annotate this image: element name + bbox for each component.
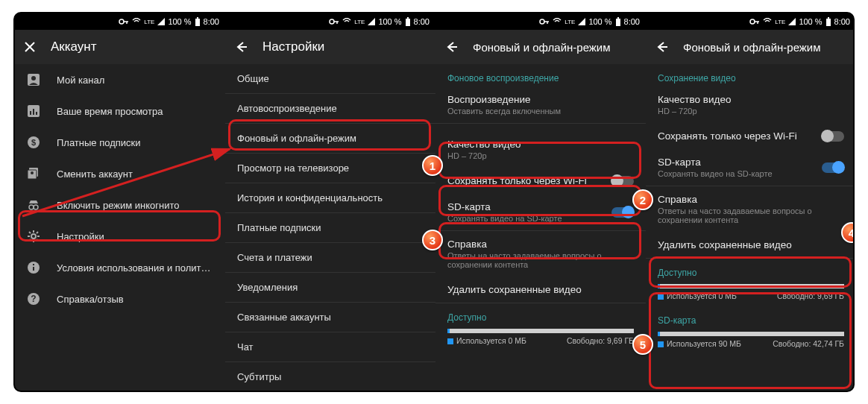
- battery-pct: 100 %: [168, 17, 191, 26]
- header-title: Фоновый и офлайн-режим: [473, 41, 611, 54]
- toggle-sd[interactable]: [611, 207, 634, 218]
- setting-playback[interactable]: Воспроизведение Оставить всегда включенн…: [435, 86, 646, 123]
- toggle-sd[interactable]: [822, 162, 844, 173]
- svg-rect-24: [407, 17, 409, 19]
- header-offline: Фоновый и офлайн-режим: [435, 30, 646, 64]
- signal-icon: [368, 18, 375, 25]
- signal-icon: [157, 18, 165, 25]
- dollar-icon: $: [27, 136, 40, 149]
- setting-quality[interactable]: Качество видео HD – 720p: [435, 125, 646, 168]
- toggle-wifi[interactable]: [611, 176, 634, 186]
- section-available: Доступно: [435, 303, 646, 326]
- battery-icon: [195, 17, 201, 26]
- setting-wifi-only[interactable]: Сохранять только через Wi-Fi: [646, 123, 855, 149]
- signal-icon: [788, 18, 796, 25]
- setting-quality[interactable]: Качество видео HD – 720p: [646, 86, 855, 123]
- svg-point-14: [29, 205, 34, 209]
- row-terms[interactable]: Условия использования и полит…: [15, 252, 225, 283]
- row-history[interactable]: История и конфиденциальность: [225, 183, 435, 212]
- setting-delete[interactable]: Удалить сохраненные видео: [646, 232, 855, 258]
- storage-bar-internal: [658, 284, 844, 288]
- close-icon[interactable]: [24, 41, 36, 53]
- svg-rect-6: [30, 111, 31, 115]
- storage-info-internal: Используется 0 МБ Свободно: 9,69 ГБ: [646, 290, 855, 306]
- row-my-channel[interactable]: Мой канал: [15, 64, 225, 95]
- setting-help[interactable]: Справка Ответы на часто задаваемые вопро…: [646, 186, 855, 232]
- row-notifications[interactable]: Уведомления: [225, 273, 435, 302]
- row-watch-time[interactable]: Ваше время просмотра: [15, 95, 225, 127]
- row-billing[interactable]: Счета и платежи: [225, 243, 435, 272]
- storage-bar-sd: [658, 332, 844, 336]
- vpn-key-icon: [329, 18, 339, 25]
- row-tv[interactable]: Просмотр на телевизоре: [225, 154, 435, 183]
- row-background-offline[interactable]: Фоновый и офлайн-режим: [225, 124, 435, 153]
- svg-text:?: ?: [31, 294, 36, 304]
- svg-rect-30: [828, 17, 829, 19]
- row-autoplay[interactable]: Автовоспроизведение: [225, 94, 435, 123]
- tutorial-frame: LTE 100 % 8:00 Аккаунт Мой канал Ваше вр…: [13, 12, 855, 392]
- section-save-video: Сохранение видео: [646, 64, 855, 86]
- row-incognito[interactable]: Включить режим инкогнито: [15, 189, 225, 221]
- setting-wifi-only[interactable]: Сохранять только через Wi-Fi: [435, 168, 646, 194]
- row-help[interactable]: ?Справка/отзыв: [15, 283, 225, 315]
- header-offline: Фоновый и офлайн-режим: [646, 30, 855, 64]
- svg-point-16: [31, 234, 36, 239]
- row-paid-subs[interactable]: $Платные подписки: [15, 127, 225, 158]
- svg-text:$: $: [31, 138, 36, 147]
- bar-chart-icon: [27, 104, 40, 118]
- battery-icon: [825, 17, 831, 26]
- vpn-key-icon: [119, 18, 129, 25]
- signal-icon: [578, 18, 585, 25]
- svg-rect-7: [33, 109, 34, 115]
- row-switch-account[interactable]: Сменить аккаунт: [15, 158, 225, 189]
- account-box-icon: [27, 73, 40, 86]
- svg-point-13: [31, 171, 34, 174]
- setting-sd-card[interactable]: SD-карта Сохранять видео на SD-карте: [435, 194, 646, 230]
- status-bar: LTE 100 % 8:00: [646, 13, 855, 30]
- help-icon: ?: [27, 292, 40, 306]
- gear-icon: [27, 230, 40, 243]
- row-general[interactable]: Общие: [225, 64, 435, 93]
- header-title: Настройки: [262, 40, 324, 54]
- storage-info-sd: Используется 90 МБ Свободно: 42,74 ГБ: [646, 338, 855, 354]
- row-linked[interactable]: Связанные аккаунты: [225, 303, 435, 332]
- svg-rect-23: [406, 19, 410, 26]
- vpn-key-icon: [749, 18, 760, 25]
- header-title: Фоновый и офлайн-режим: [683, 41, 821, 54]
- svg-rect-27: [617, 17, 619, 19]
- toggle-wifi[interactable]: [822, 131, 844, 142]
- lte-label: LTE: [144, 19, 154, 25]
- setting-help[interactable]: Справка Ответы на часто задаваемые вопро…: [435, 231, 646, 277]
- svg-rect-1: [195, 19, 200, 26]
- incognito-icon: [27, 198, 40, 212]
- header-settings: Настройки: [225, 30, 435, 64]
- vpn-key-icon: [539, 18, 550, 25]
- wifi-icon: [132, 18, 141, 25]
- clock: 8:00: [204, 17, 219, 26]
- wifi-icon: [763, 18, 772, 25]
- back-arrow-icon[interactable]: [234, 40, 248, 54]
- panel-settings: LTE 100 % 8:00 Настройки Общие Автовоспр…: [225, 13, 435, 391]
- switch-account-icon: [27, 167, 40, 180]
- svg-point-22: [330, 19, 334, 24]
- setting-delete[interactable]: Удалить сохраненные видео: [435, 277, 646, 303]
- section-available: Доступно: [646, 259, 855, 281]
- header-account: Аккаунт: [15, 30, 225, 64]
- setting-sd-card[interactable]: SD-карта Сохранять видео на SD-карте: [646, 149, 855, 186]
- back-arrow-icon[interactable]: [655, 40, 668, 54]
- header-title: Аккаунт: [51, 40, 97, 54]
- section-sd: SD-карта: [646, 306, 855, 329]
- back-arrow-icon[interactable]: [444, 40, 458, 54]
- panel-offline-1: LTE 100 % 8:00 Фоновый и офлайн-режим Фо…: [435, 13, 646, 391]
- svg-point-25: [540, 19, 544, 24]
- row-settings[interactable]: Настройки: [15, 221, 225, 252]
- row-captions[interactable]: Субтитры: [225, 362, 435, 391]
- svg-rect-19: [33, 264, 34, 265]
- wifi-icon: [553, 18, 562, 25]
- svg-rect-29: [826, 19, 831, 26]
- status-bar: LTE 100 % 8:00: [435, 13, 646, 30]
- svg-point-15: [34, 205, 38, 209]
- panel-offline-2: LTE 100 % 8:00 Фоновый и офлайн-режим Со…: [646, 13, 855, 391]
- row-paid[interactable]: Платные подписки: [225, 213, 435, 242]
- row-chat[interactable]: Чат: [225, 332, 435, 362]
